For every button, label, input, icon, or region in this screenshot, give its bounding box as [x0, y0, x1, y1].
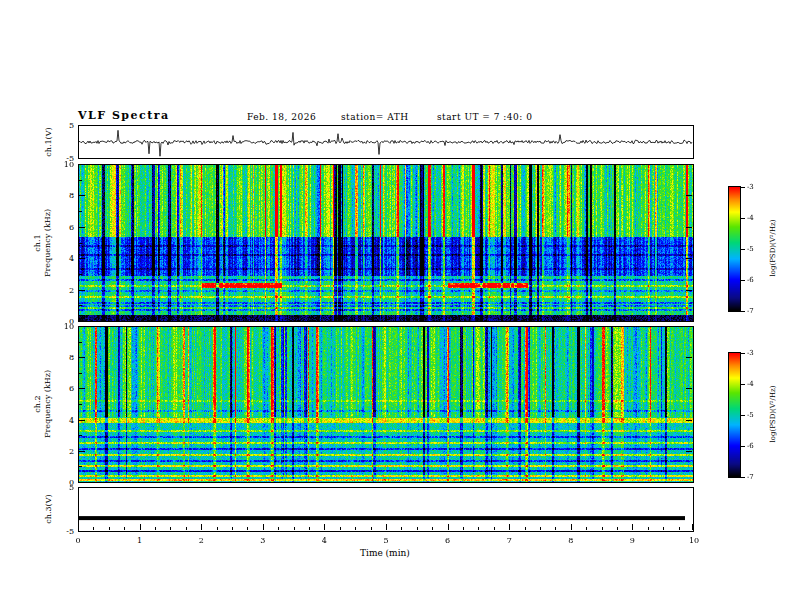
- y-tick-label: 8: [44, 353, 74, 362]
- y-tick-mark: [686, 290, 692, 291]
- colorbar-tick-mark: [741, 249, 745, 250]
- x-tick-label: 9: [622, 536, 642, 545]
- x-minor-tick-mark: [648, 527, 649, 530]
- x-minor-tick-mark: [463, 527, 464, 530]
- y-tick-mark: [79, 357, 85, 358]
- x-tick-label: 3: [253, 536, 273, 545]
- ch1-spec-ylabel: ch.1 Frequency (kHz): [33, 164, 53, 322]
- colorbar-2-label: log(PSD)(V²/Hz): [769, 369, 777, 459]
- y-tick-mark: [686, 227, 692, 228]
- y-tick-mark: [686, 487, 692, 488]
- colorbar-tick-label: -6: [747, 442, 765, 451]
- y-tick-mark: [79, 388, 85, 389]
- x-minor-tick-mark: [602, 527, 603, 530]
- plot-date: Feb. 18, 2026: [247, 112, 316, 122]
- plot-station: station= ATH: [341, 112, 409, 122]
- colorbar-tick-mark: [741, 384, 745, 385]
- y-tick-mark: [79, 482, 85, 483]
- colorbar-2: [728, 352, 741, 478]
- x-tick-label: 5: [376, 536, 396, 545]
- x-tick-label: 0: [68, 536, 88, 545]
- y-minor-tick-mark: [79, 466, 82, 467]
- ch1-waveform-canvas: [79, 126, 693, 158]
- colorbar-tick-mark: [741, 187, 745, 188]
- y-minor-tick-mark: [79, 274, 82, 275]
- y-tick-mark: [686, 258, 692, 259]
- x-minor-tick-mark: [170, 527, 171, 530]
- x-minor-tick-mark: [355, 527, 356, 530]
- y-minor-tick-mark: [79, 435, 82, 436]
- y-minor-tick-mark: [79, 373, 82, 374]
- y-tick-mark: [686, 388, 692, 389]
- x-minor-tick-mark: [663, 527, 664, 530]
- x-minor-tick-mark: [294, 527, 295, 530]
- ch2-spec-ylabel-line2: Frequency (kHz): [43, 325, 53, 483]
- colorbar-tick-label: -5: [747, 411, 765, 420]
- x-tick-mark: [201, 524, 202, 530]
- colorbar-tick-mark: [741, 353, 745, 354]
- x-minor-tick-mark: [232, 527, 233, 530]
- y-tick-mark: [686, 158, 692, 159]
- y-tick-mark: [686, 531, 692, 532]
- x-minor-tick-mark: [247, 527, 248, 530]
- x-minor-tick-mark: [540, 527, 541, 530]
- colorbar-tick-label: -6: [747, 276, 765, 285]
- ch1-spec-ylabel-line1: ch.1: [33, 164, 43, 322]
- x-minor-tick-mark: [525, 527, 526, 530]
- x-tick-label: 1: [130, 536, 150, 545]
- x-minor-tick-mark: [555, 527, 556, 530]
- y-tick-mark: [79, 321, 85, 322]
- x-tick-label: 2: [191, 536, 211, 545]
- colorbar-tick-mark: [741, 218, 745, 219]
- colorbar-tick-label: -3: [747, 183, 765, 192]
- y-tick-mark: [79, 487, 85, 488]
- y-tick-mark: [686, 164, 692, 165]
- x-tick-label: 10: [684, 536, 704, 545]
- ch1-spectrogram-panel: [78, 164, 694, 322]
- x-tick-mark: [324, 524, 325, 530]
- x-minor-tick-mark: [679, 527, 680, 530]
- colorbar-tick-label: -7: [747, 473, 765, 482]
- y-tick-mark: [686, 451, 692, 452]
- x-axis-title: Time (min): [360, 548, 410, 558]
- y-tick-mark: [686, 357, 692, 358]
- ch1-waveform-panel: [78, 125, 694, 159]
- y-tick-mark: [79, 290, 85, 291]
- y-minor-tick-mark: [79, 342, 82, 343]
- x-tick-mark: [448, 524, 449, 530]
- colorbar-tick-mark: [741, 446, 745, 447]
- y-tick-mark: [79, 227, 85, 228]
- y-tick-mark: [79, 164, 85, 165]
- y-tick-label: 4: [44, 416, 74, 425]
- x-minor-tick-mark: [586, 527, 587, 530]
- colorbar-1-label: log(PSD)(V²/Hz): [769, 203, 777, 293]
- x-tick-label: 7: [499, 536, 519, 545]
- y-tick-label: 10: [44, 322, 74, 331]
- y-tick-mark: [79, 420, 85, 421]
- x-tick-mark: [140, 524, 141, 530]
- y-tick-label: 6: [44, 384, 74, 393]
- x-minor-tick-mark: [340, 527, 341, 530]
- x-minor-tick-mark: [124, 527, 125, 530]
- colorbar-tick-label: -5: [747, 245, 765, 254]
- y-tick-label: 6: [44, 223, 74, 232]
- colorbar-tick-mark: [741, 415, 745, 416]
- y-minor-tick-mark: [79, 180, 82, 181]
- x-minor-tick-mark: [371, 527, 372, 530]
- plot-title: VLF Spectra: [78, 109, 170, 122]
- y-tick-label: 4: [44, 254, 74, 263]
- plot-start-ut: start UT = 7 :40: 0: [437, 112, 532, 122]
- ch1-spectrogram-canvas: [79, 165, 693, 321]
- x-minor-tick-mark: [432, 527, 433, 530]
- y-tick-mark: [79, 195, 85, 196]
- ch2-spectrogram-canvas: [79, 327, 693, 482]
- colorbar-tick-mark: [741, 477, 745, 478]
- y-tick-mark: [686, 326, 692, 327]
- x-minor-tick-mark: [109, 527, 110, 530]
- y-tick-label: 2: [44, 447, 74, 456]
- y-tick-label: -5: [44, 527, 74, 536]
- y-minor-tick-mark: [79, 211, 82, 212]
- x-tick-mark: [509, 524, 510, 530]
- y-minor-tick-mark: [79, 404, 82, 405]
- y-tick-mark: [686, 125, 692, 126]
